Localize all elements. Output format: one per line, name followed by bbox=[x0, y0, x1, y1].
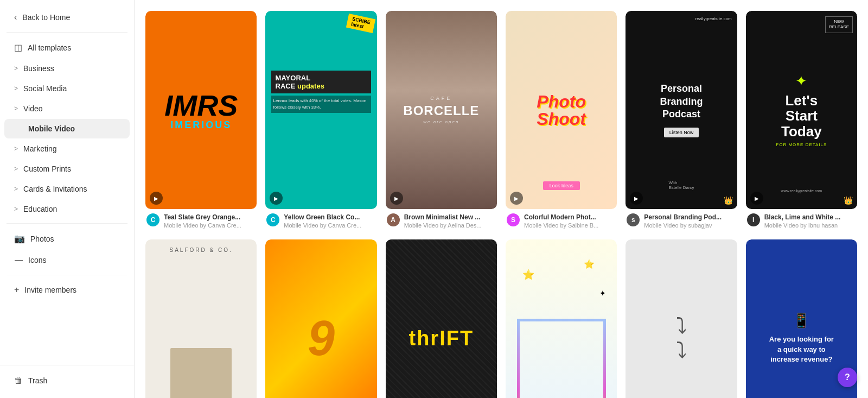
card-thumbnail: CAFE BORCELLE we are open bbox=[386, 11, 497, 209]
sidebar-divider-3 bbox=[7, 275, 127, 275]
play-button[interactable]: ▶ bbox=[150, 192, 163, 205]
card-title: Yellow Green Black Co... bbox=[284, 213, 361, 222]
sidebar-back-home[interactable]: ‹ Back to Home bbox=[4, 7, 130, 28]
grid-icon: ◫ bbox=[14, 42, 22, 53]
help-button[interactable]: ? bbox=[838, 368, 857, 387]
card-title: Personal Branding Pod... bbox=[644, 213, 722, 222]
card-rainbow-arch[interactable]: ⭐ ⭐ ✦ C Rainbow Arch Mobile... Mobile Vi… bbox=[506, 239, 617, 398]
card-title: Black, Lime and White ... bbox=[764, 213, 841, 222]
avatar: C bbox=[146, 213, 159, 226]
marketing-label: Marketing bbox=[23, 144, 120, 153]
sidebar-divider-1 bbox=[7, 32, 127, 33]
cards-invitations-label: Cards & Invitations bbox=[23, 185, 120, 193]
play-button[interactable]: ▶ bbox=[750, 192, 763, 205]
icons-label: Icons bbox=[28, 256, 120, 264]
avatar: s bbox=[627, 213, 640, 226]
card-subtitle: Mobile Video by Aelina Des... bbox=[404, 222, 482, 229]
card-text: Brown Minimalist New ... Mobile Video by… bbox=[404, 213, 482, 229]
custom-prints-label: Custom Prints bbox=[23, 165, 120, 173]
card-subtitle: Mobile Video by Canva Cre... bbox=[284, 222, 361, 229]
card-subtitle: Mobile Video by Ibnu hasan bbox=[764, 222, 841, 229]
sidebar-item-marketing[interactable]: > Marketing bbox=[4, 139, 130, 159]
sidebar-item-invite[interactable]: + Invite members bbox=[4, 280, 130, 300]
card-teal-slate[interactable]: IMRS IMERIOUS ▶ C Teal Slate Grey Orange… bbox=[145, 11, 257, 231]
sidebar-item-all-templates[interactable]: ◫ All templates bbox=[4, 37, 130, 58]
sidebar-item-photos[interactable]: 📷 Photos bbox=[4, 228, 130, 249]
card-text: Yellow Green Black Co... Mobile Video by… bbox=[284, 213, 361, 229]
chevron-right-icon: > bbox=[14, 145, 18, 153]
sidebar-item-custom-prints[interactable]: > Custom Prints bbox=[4, 159, 130, 179]
card-salford[interactable]: SALFORD & CO. C Salford & Co. Portrait..… bbox=[145, 239, 257, 398]
icons-icon: ⸻ bbox=[14, 255, 23, 265]
sidebar-item-social-media[interactable]: > Social Media bbox=[4, 79, 130, 98]
sidebar: ‹ Back to Home ◫ All templates > Busines… bbox=[0, 0, 135, 398]
photo-icon: 📷 bbox=[14, 233, 25, 244]
sidebar-item-cards-invitations[interactable]: > Cards & Invitations bbox=[4, 179, 130, 199]
all-templates-label: All templates bbox=[28, 43, 120, 52]
chevron-right-icon: > bbox=[14, 165, 18, 173]
card-subtitle: Mobile Video by Salbine B... bbox=[524, 222, 598, 229]
education-label: Education bbox=[23, 205, 120, 213]
card-thrift[interactable]: thrIFT T thrIFT Mobile Video by ... bbox=[386, 239, 497, 398]
card-info: I Black, Lime and White ... Mobile Video… bbox=[746, 209, 857, 231]
card-brown-minimalist[interactable]: CAFE BORCELLE we are open ▶ A Brown Mini… bbox=[386, 11, 497, 231]
card-title: Colorful Modern Phot... bbox=[524, 213, 598, 222]
trash-icon: 🗑 bbox=[14, 376, 23, 386]
sidebar-divider-2 bbox=[7, 223, 127, 224]
card-info: C Yellow Green Black Co... Mobile Video … bbox=[265, 209, 376, 231]
chevron-right-icon: > bbox=[14, 185, 18, 193]
card-black-lime[interactable]: NEWRELEASE ✦ Let'sStartToday FOR MORE DE… bbox=[746, 11, 857, 231]
card-title: Brown Minimalist New ... bbox=[404, 213, 482, 222]
card-text: Personal Branding Pod... Mobile Video by… bbox=[644, 213, 722, 229]
sidebar-item-icons[interactable]: ⸻ Icons bbox=[4, 250, 130, 270]
card-info: C Teal Slate Grey Orange... Mobile Video… bbox=[145, 209, 257, 231]
avatar: A bbox=[387, 213, 400, 226]
card-thumbnail: IMRS IMERIOUS bbox=[145, 11, 257, 209]
back-home-label: Back to Home bbox=[22, 13, 120, 22]
sidebar-item-mobile-video[interactable]: Mobile Video bbox=[4, 119, 130, 138]
card-thumbnail: SCRIBElatest MAYORALRACE updates Lennox … bbox=[265, 11, 376, 209]
social-media-label: Social Media bbox=[23, 84, 120, 93]
crown-badge: 👑 bbox=[724, 196, 733, 205]
chevron-right-icon: > bbox=[14, 85, 18, 92]
sidebar-item-trash[interactable]: 🗑 Trash bbox=[4, 370, 130, 391]
card-yellow-green[interactable]: SCRIBElatest MAYORALRACE updates Lennox … bbox=[265, 11, 376, 231]
invite-label: Invite members bbox=[24, 286, 120, 294]
card-personal-branding[interactable]: reallygreatsite.com PersonalBrandingPodc… bbox=[626, 11, 737, 231]
play-button[interactable]: ▶ bbox=[390, 192, 403, 205]
sidebar-item-business[interactable]: > Business bbox=[4, 59, 130, 78]
sidebar-bottom: 🗑 Trash bbox=[0, 365, 134, 398]
card-text: Teal Slate Grey Orange... Mobile Video b… bbox=[164, 213, 241, 229]
card-subtitle: Mobile Video by Canva Cre... bbox=[164, 222, 241, 229]
chevron-left-icon: ‹ bbox=[14, 12, 17, 22]
sidebar-item-education[interactable]: > Education bbox=[4, 199, 130, 219]
chevron-right-icon: > bbox=[14, 205, 18, 213]
card-info: s Personal Branding Pod... Mobile Video … bbox=[626, 209, 737, 231]
plus-icon: + bbox=[14, 285, 19, 295]
card-title: Teal Slate Grey Orange... bbox=[164, 213, 241, 222]
business-label: Business bbox=[23, 64, 120, 73]
avatar: C bbox=[266, 213, 279, 226]
crown-badge: 👑 bbox=[844, 196, 853, 205]
template-grid: IMRS IMERIOUS ▶ C Teal Slate Grey Orange… bbox=[145, 11, 857, 398]
card-text: Black, Lime and White ... Mobile Video b… bbox=[764, 213, 841, 229]
photos-label: Photos bbox=[30, 235, 120, 243]
card-orange-wave[interactable]: 9 C Orange Wave Abstract... Mobile Video… bbox=[265, 239, 376, 398]
card-chevron-person[interactable]: ⤵⤵ M Minimalist Business... Mobile Video… bbox=[626, 239, 737, 398]
card-info: S Colorful Modern Phot... Mobile Video b… bbox=[506, 209, 617, 231]
card-info: A Brown Minimalist New ... Mobile Video … bbox=[386, 209, 497, 231]
video-label: Video bbox=[23, 104, 120, 113]
chevron-right-icon: > bbox=[14, 65, 18, 72]
sidebar-item-video[interactable]: > Video bbox=[4, 99, 130, 118]
chevron-right-icon: > bbox=[14, 105, 18, 112]
avatar: I bbox=[747, 213, 760, 226]
avatar: S bbox=[507, 213, 520, 226]
play-button[interactable]: ▶ bbox=[510, 192, 523, 205]
card-text: Colorful Modern Phot... Mobile Video by … bbox=[524, 213, 598, 229]
mobile-video-label: Mobile Video bbox=[28, 124, 120, 133]
card-subtitle: Mobile Video by subagjav bbox=[644, 222, 722, 229]
main-content: IMRS IMERIOUS ▶ C Teal Slate Grey Orange… bbox=[135, 0, 868, 398]
trash-label: Trash bbox=[28, 376, 120, 385]
card-colorful-photoshoot[interactable]: PhotoShoot Look Ideas ▶ S Colorful Moder… bbox=[506, 11, 617, 231]
